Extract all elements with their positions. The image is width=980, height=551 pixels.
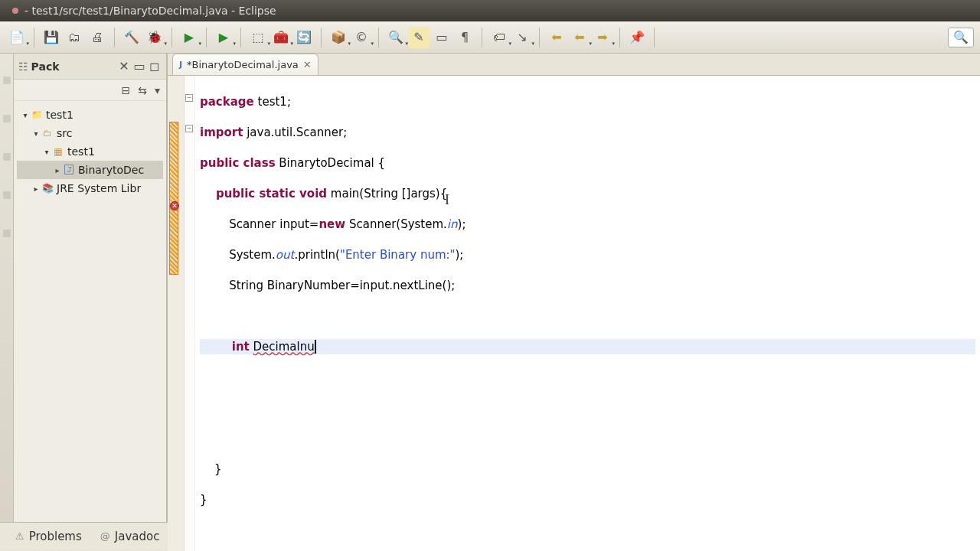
tree-label: src [57,127,72,139]
tree-project[interactable]: ▾ 📁 test1 [17,106,163,124]
expand-icon[interactable]: ▾ [20,111,31,119]
separator [114,28,115,47]
package-explorer-toolbar: ⊟ ⇆ ▾ [14,80,166,101]
refresh-button[interactable]: 🔄 [293,27,315,48]
print-button[interactable]: 🖨 [87,27,108,48]
package-icon: ▦ [52,145,64,158]
trim-icon [3,230,11,237]
quick-access-search[interactable]: 🔍 [948,28,974,47]
separator [321,28,322,47]
separator [34,28,34,47]
problems-tab[interactable]: ⚠ Problems [8,525,90,548]
tree-java-file[interactable]: ▸ 🄹 BinarytoDec [17,161,163,179]
tree-label: JRE System Libr [57,182,141,194]
maximize-view-button[interactable]: ◻ [148,60,162,73]
problems-icon: ⚠ [15,530,24,542]
tab-label: *BinarytoDecimal.java [187,59,299,70]
new-package-button[interactable]: 📦▾ [328,27,349,48]
view-menu-button[interactable]: ▾ [155,84,160,96]
change-marker [169,122,178,275]
trim-icon [3,115,11,122]
trim-icon [3,153,11,161]
title-bar: - test1/src/test1/BinarytoDecimal.java -… [0,0,980,21]
expand-icon[interactable]: ▸ [31,184,41,193]
javadoc-icon: @ [100,530,110,542]
new-class-button[interactable]: ©▾ [351,27,372,48]
next-annotation-button[interactable]: ↘▾ [511,27,533,48]
new-button[interactable]: 📄▾ [6,27,28,48]
pin-button[interactable]: 📌 [626,27,648,48]
java-file-icon: J [179,60,182,70]
save-button[interactable]: 💾 [41,27,62,48]
separator [172,28,172,47]
close-view-button[interactable]: ✕ [117,60,131,73]
separator [482,28,482,47]
text-cursor-icon: I [445,192,449,207]
trim-icon [3,191,11,199]
window-title: - test1/src/test1/BinarytoDecimal.java -… [24,5,276,17]
expand-icon[interactable]: ▾ [41,148,52,156]
separator [240,28,241,47]
back-history-button[interactable]: ⬅▾ [569,27,590,48]
library-icon: 📚 [41,182,54,194]
fold-toggle[interactable]: − [185,125,193,132]
package-explorer: ☷ Pack ✕ ▭ ◻ ⊟ ⇆ ▾ ▾ 📁 test1 ▾ 🗀 src ▾ [14,54,167,522]
annotation-button[interactable]: 🏷▾ [488,27,510,48]
search-icon: 🔍 [953,30,969,44]
search-button[interactable]: 🔍▾ [385,27,407,48]
folding-ruler: − − [185,76,195,551]
external-tools-button[interactable]: 🧰▾ [270,27,292,48]
source-folder-icon: 🗀 [41,127,54,139]
package-explorer-title: Pack [31,60,60,73]
tree-src-folder[interactable]: ▾ 🗀 src [17,124,163,142]
package-icon: ☷ [18,60,28,73]
back-button[interactable]: ⬅ [546,27,567,48]
separator [654,28,655,47]
editor-tab[interactable]: J *BinarytoDecimal.java ✕ [172,54,318,75]
close-tab-button[interactable]: ✕ [303,59,312,70]
editor-area: J *BinarytoDecimal.java ✕ ✕ − − package … [167,54,980,522]
fold-toggle[interactable]: − [185,94,193,102]
editor-tabs: J *BinarytoDecimal.java ✕ [168,54,980,76]
forward-button[interactable]: ➡▾ [592,27,613,48]
tab-label: Javadoc [115,530,160,543]
tree-package[interactable]: ▾ ▦ test1 [17,142,163,161]
minimize-view-button[interactable]: ▭ [132,60,146,73]
separator [206,28,207,47]
link-editor-button[interactable]: ⇆ [138,84,147,96]
build-button[interactable]: 🔨 [121,27,142,48]
tree-jre[interactable]: ▸ 📚 JRE System Libr [17,179,163,197]
left-trim [0,54,14,522]
main-toolbar: 📄▾ 💾 🗂 🖨 🔨 🐞▾ ▶▾ ▶▾ ⬚▾ 🧰▾ 🔄 📦▾ ©▾ 🔍▾ ✎ ▭… [0,21,980,54]
java-file-icon: 🄹 [63,164,75,176]
project-icon: 📁 [31,109,43,121]
main-area: ☷ Pack ✕ ▭ ◻ ⊟ ⇆ ▾ ▾ 📁 test1 ▾ 🗀 src ▾ [0,54,980,522]
marker-ruler: ✕ [168,76,185,551]
package-explorer-header: ☷ Pack ✕ ▭ ◻ [14,54,166,80]
tree-label: test1 [46,109,74,121]
collapse-all-button[interactable]: ⊟ [122,84,131,96]
window-dot-icon [12,8,18,14]
expand-icon[interactable]: ▸ [52,166,63,174]
show-whitespace-button[interactable]: ¶ [454,27,475,48]
separator [539,28,540,47]
separator [378,28,379,47]
run-last-button[interactable]: ▶▾ [213,27,234,48]
toggle-mark-button[interactable]: ✎ [408,27,430,48]
debug-button[interactable]: 🐞▾ [144,27,165,48]
save-all-button[interactable]: 🗂 [64,27,85,48]
code-editor[interactable]: ✕ − − package test1; import java.util.Sc… [168,76,980,551]
error-marker-icon[interactable]: ✕ [170,201,179,210]
project-tree: ▾ 📁 test1 ▾ 🗀 src ▾ ▦ test1 ▸ 🄹 Binaryto… [14,101,166,202]
coverage-button[interactable]: ⬚▾ [247,27,269,48]
run-button[interactable]: ▶▾ [178,27,200,48]
code-content[interactable]: package test1; import java.util.Scanner;… [195,76,980,551]
tab-label: Problems [29,530,82,543]
toggle-block-button[interactable]: ▭ [431,27,452,48]
expand-icon[interactable]: ▾ [31,129,41,138]
separator [619,28,620,47]
tree-label: BinarytoDec [78,164,144,176]
tree-label: test1 [67,145,95,158]
trim-icon [3,77,11,84]
javadoc-tab[interactable]: @ Javadoc [93,525,168,548]
